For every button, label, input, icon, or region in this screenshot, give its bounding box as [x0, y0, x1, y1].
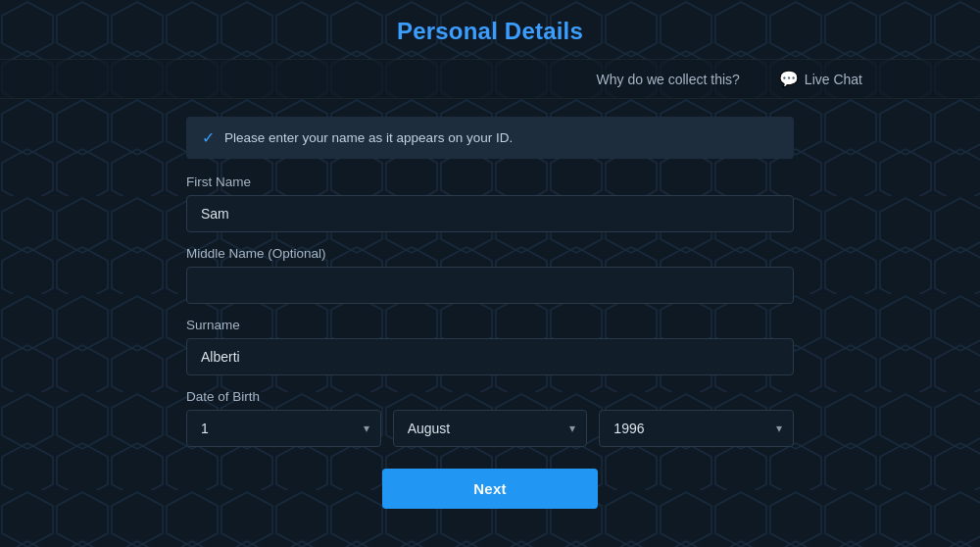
dob-month-wrapper: January February March April May June Ju… — [393, 410, 588, 447]
first-name-group: First Name — [186, 174, 794, 232]
surname-label: Surname — [186, 318, 794, 332]
live-chat-label: Live Chat — [805, 72, 862, 87]
form-container: ✓ Please enter your name as it appears o… — [186, 117, 794, 509]
middle-name-group: Middle Name (Optional) — [186, 246, 794, 304]
middle-name-label: Middle Name (Optional) — [186, 246, 794, 261]
first-name-input[interactable] — [186, 195, 794, 232]
top-bar: Why do we collect this? 💬 Live Chat — [0, 59, 980, 99]
live-chat-button[interactable]: 💬 Live Chat — [779, 70, 862, 88]
dob-year-wrapper: 1990 1991 1992 1993 1994 1995 1996 1997 … — [599, 410, 794, 447]
page-title: Personal Details — [397, 0, 583, 59]
dob-label: Date of Birth — [186, 389, 794, 404]
first-name-label: First Name — [186, 174, 794, 189]
chat-icon: 💬 — [779, 70, 799, 88]
surname-group: Surname — [186, 318, 794, 375]
surname-input[interactable] — [186, 338, 794, 375]
next-btn-wrapper: Next — [186, 469, 794, 509]
dob-group: Date of Birth 1 2 3 4 5 6 7 8 9 10 11 — [186, 389, 794, 447]
dob-year-select[interactable]: 1990 1991 1992 1993 1994 1995 1996 1997 … — [599, 410, 794, 447]
middle-name-input[interactable] — [186, 267, 794, 304]
next-button[interactable]: Next — [382, 469, 598, 509]
dob-day-wrapper: 1 2 3 4 5 6 7 8 9 10 11 12 13 14 — [186, 410, 381, 447]
dob-day-select[interactable]: 1 2 3 4 5 6 7 8 9 10 11 12 13 14 — [186, 410, 381, 447]
info-banner: ✓ Please enter your name as it appears o… — [186, 117, 794, 159]
check-icon: ✓ — [202, 128, 215, 147]
page-wrapper: Personal Details Why do we collect this?… — [0, 0, 980, 547]
dob-row: 1 2 3 4 5 6 7 8 9 10 11 12 13 14 — [186, 410, 794, 447]
info-banner-text: Please enter your name as it appears on … — [224, 130, 513, 145]
dob-month-select[interactable]: January February March April May June Ju… — [393, 410, 588, 447]
why-collect-link[interactable]: Why do we collect this? — [597, 72, 740, 87]
